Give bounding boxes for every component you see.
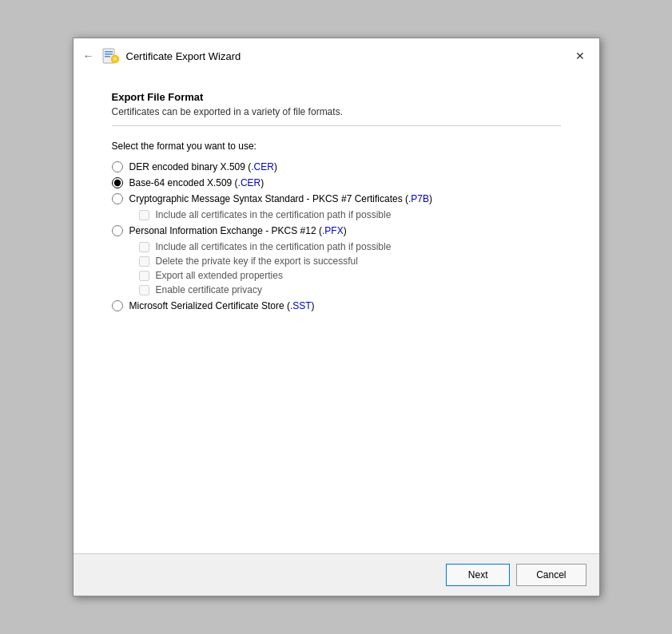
title-bar-left: ← Certificate Export Wizard — [83, 47, 241, 65]
pkcs7-include-all-option[interactable]: Include all certificates in the certific… — [139, 209, 561, 220]
pfx-delete-key-label: Delete the private key if the export is … — [156, 256, 358, 267]
section-title: Export File Format — [112, 91, 561, 103]
pfx-sub-options: Include all certificates in the certific… — [139, 241, 561, 295]
format-pfx-radio[interactable] — [112, 225, 123, 236]
main-content: Export File Format Certificates can be e… — [74, 72, 599, 553]
format-base64-label: Base-64 encoded X.509 (.CER) — [129, 177, 264, 188]
format-der-label: DER encoded binary X.509 (.CER) — [129, 161, 277, 172]
wizard-icon — [102, 47, 120, 65]
back-button[interactable]: ← — [83, 50, 94, 62]
certificate-export-wizard-dialog: ← Certificate Export Wizard ✕ Export Fil… — [73, 38, 600, 596]
svg-rect-2 — [105, 53, 113, 55]
section-subtitle: Certificates can be exported in a variet… — [112, 106, 561, 117]
format-pkcs7-radio[interactable] — [112, 193, 123, 204]
dialog-title: Certificate Export Wizard — [126, 50, 241, 62]
format-sst-option[interactable]: Microsoft Serialized Certificate Store (… — [112, 300, 561, 311]
format-pfx-option[interactable]: Personal Information Exchange - PKCS #12… — [112, 225, 561, 236]
format-pkcs7-option[interactable]: Cryptographic Message Syntax Standard - … — [112, 193, 561, 204]
format-radio-group: DER encoded binary X.509 (.CER) Base-64 … — [112, 161, 561, 316]
format-pfx-label: Personal Information Exchange - PKCS #12… — [129, 225, 347, 236]
format-der-option[interactable]: DER encoded binary X.509 (.CER) — [112, 161, 561, 172]
pfx-delete-key-option[interactable]: Delete the private key if the export is … — [139, 256, 561, 267]
cancel-button[interactable]: Cancel — [516, 564, 586, 586]
pfx-export-props-checkbox[interactable] — [139, 271, 149, 281]
pkcs7-sub-options: Include all certificates in the certific… — [139, 209, 561, 220]
next-button[interactable]: Next — [446, 564, 510, 586]
format-sst-radio[interactable] — [112, 300, 123, 311]
format-base64-option[interactable]: Base-64 encoded X.509 (.CER) — [112, 177, 561, 188]
pfx-cert-privacy-checkbox[interactable] — [139, 285, 149, 295]
pkcs7-include-all-label: Include all certificates in the certific… — [156, 209, 392, 220]
close-button[interactable]: ✕ — [571, 46, 590, 65]
svg-rect-1 — [105, 51, 113, 53]
format-base64-radio[interactable] — [112, 177, 123, 188]
pfx-include-all-checkbox[interactable] — [139, 242, 149, 252]
format-pkcs7-label: Cryptographic Message Syntax Standard - … — [129, 193, 433, 204]
title-bar: ← Certificate Export Wizard ✕ — [74, 38, 599, 72]
format-der-radio[interactable] — [112, 161, 123, 172]
pfx-delete-key-checkbox[interactable] — [139, 256, 149, 267]
pfx-include-all-label: Include all certificates in the certific… — [156, 241, 392, 252]
format-select-label: Select the format you want to use: — [112, 141, 561, 152]
format-sst-label: Microsoft Serialized Certificate Store (… — [129, 300, 315, 311]
pfx-cert-privacy-option[interactable]: Enable certificate privacy — [139, 284, 561, 295]
pkcs7-include-all-checkbox[interactable] — [139, 210, 149, 220]
pfx-export-props-option[interactable]: Export all extended properties — [139, 270, 561, 281]
dialog-footer: Next Cancel — [74, 553, 599, 596]
pfx-export-props-label: Export all extended properties — [156, 270, 283, 281]
section-divider — [112, 125, 561, 126]
svg-rect-3 — [105, 56, 110, 57]
pfx-include-all-option[interactable]: Include all certificates in the certific… — [139, 241, 561, 252]
pfx-cert-privacy-label: Enable certificate privacy — [156, 284, 262, 295]
